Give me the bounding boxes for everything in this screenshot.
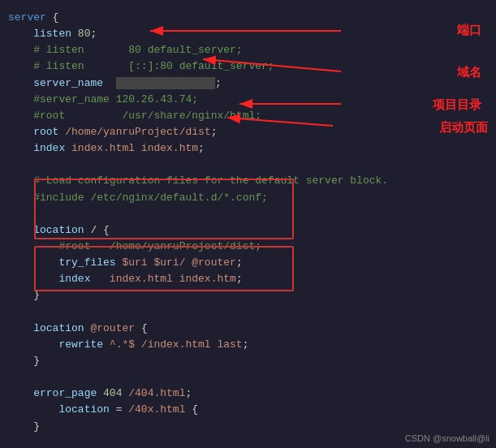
code-line-4: # listen [::]:80 default_server; <box>8 58 488 75</box>
code-line-25: location = /40x.html { <box>8 402 488 418</box>
code-line-21: rewrite ^.*$ /index.html last; <box>8 337 488 353</box>
code-line-15: #root /home/yanruProject/dist; <box>8 239 488 255</box>
code-line-14: location / { <box>8 222 488 239</box>
annotation-startpage: 启动页面 <box>439 120 488 136</box>
code-line-8: root /home/yanruProject/dist; <box>8 124 488 140</box>
code-line-5: server_name xxxxxxxx; <box>8 75 488 92</box>
code-line-20: location @router { <box>8 321 488 337</box>
code-line-22: } <box>8 353 488 369</box>
code-line-24: error_page 404 /404.html; <box>8 386 488 402</box>
annotation-domain: 域名 <box>457 65 481 80</box>
code-line-13 <box>8 206 488 222</box>
code-line-9: index index.html index.htm; <box>8 140 488 157</box>
annotation-port: 端口 <box>457 23 481 38</box>
watermark: CSDN @snowball@li <box>405 433 490 443</box>
code-line-16: try_files $uri $uri/ @router; <box>8 255 488 271</box>
annotation-projdir: 项目目录 <box>433 97 481 113</box>
code-line-12: #include /etc/nginx/default.d/*.conf; <box>8 190 488 206</box>
code-editor: server { listen 80; # listen 80 default_… <box>0 0 496 448</box>
code-line-1: server { <box>8 10 488 26</box>
code-line-3: # listen 80 default_server; <box>8 42 488 58</box>
code-line-23 <box>8 369 488 386</box>
code-line-11: # Load configuration files for the defau… <box>8 173 488 189</box>
code-line-6: #server_name 120.26.43.74; <box>8 92 488 108</box>
code-line-2: listen 80; <box>8 26 488 42</box>
code-line-19 <box>8 304 488 321</box>
code-line-10 <box>8 157 488 173</box>
code-line-7: #root /usr/share/nginx/html; <box>8 108 488 124</box>
code-line-17: index index.html index.htm; <box>8 271 488 287</box>
code-line-26: } <box>8 419 488 435</box>
code-line-18: } <box>8 287 488 304</box>
